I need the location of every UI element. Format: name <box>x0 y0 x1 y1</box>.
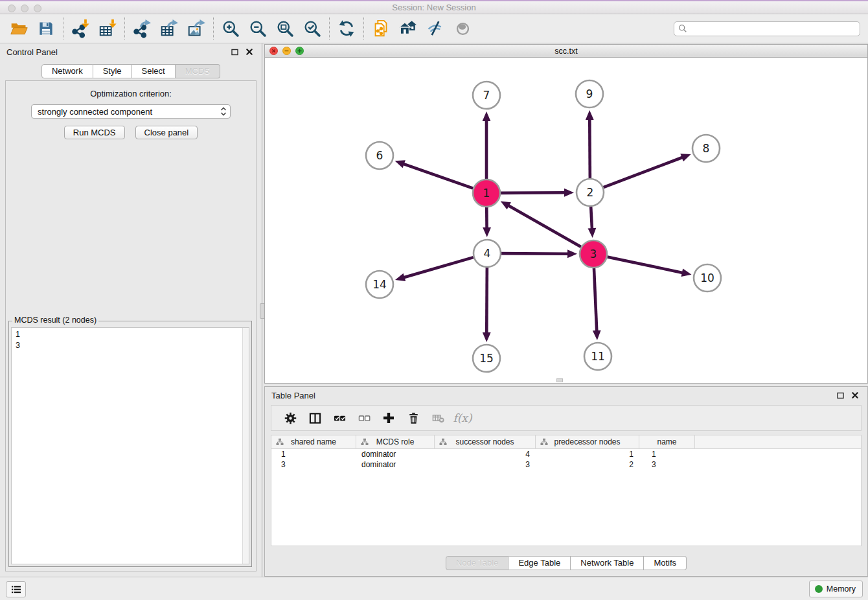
graph-edge-2-3[interactable] <box>588 207 597 238</box>
graph-edge-1-6[interactable] <box>395 160 474 188</box>
graph-edge-4-3[interactable] <box>501 249 577 258</box>
tab-network-table[interactable]: Network Table <box>571 556 644 570</box>
tab-motifs[interactable]: Motifs <box>644 556 687 570</box>
select-all-button[interactable] <box>327 408 352 428</box>
import-table-button[interactable] <box>94 16 121 41</box>
table-panel-close-button[interactable] <box>849 390 861 400</box>
refresh-styles-button[interactable] <box>333 16 360 41</box>
graph-node-label: 10 <box>700 271 714 284</box>
graph-node-2[interactable]: 2 <box>577 179 604 206</box>
cell-mcds-role[interactable]: dominator <box>356 460 435 469</box>
column-header-mcds-role[interactable]: MCDS role <box>356 435 435 448</box>
mcds-result-list[interactable]: 13 <box>11 327 249 564</box>
result-scrollbar[interactable] <box>242 328 249 564</box>
show-columns-button[interactable] <box>303 408 327 428</box>
graph-node-11[interactable]: 11 <box>584 343 611 370</box>
graph-edge-2-8[interactable] <box>604 154 691 187</box>
graph-edge-1-7[interactable] <box>483 111 491 179</box>
hide-panels-button[interactable] <box>422 16 449 41</box>
graph-node-14[interactable]: 14 <box>366 271 393 298</box>
close-panel-button[interactable]: Close panel <box>135 126 198 139</box>
add-row-button[interactable] <box>376 408 401 428</box>
show-graphics-details-button[interactable] <box>449 16 476 41</box>
export-image-button[interactable] <box>183 16 210 41</box>
export-network-button[interactable] <box>128 16 155 41</box>
graph-node-label: 1 <box>483 187 490 200</box>
search-input[interactable] <box>691 23 856 34</box>
column-header-shared-name[interactable]: shared name <box>271 435 356 448</box>
task-history-button[interactable] <box>6 581 26 597</box>
graph-edge-1-2[interactable] <box>501 189 574 197</box>
zoom-fit-button[interactable] <box>271 16 299 41</box>
close-glyph-icon <box>270 47 277 54</box>
graph-edge-3-11[interactable] <box>593 268 601 340</box>
cell-predecessor-nodes[interactable]: 1 <box>536 450 639 459</box>
cell-successor-nodes[interactable]: 3 <box>435 460 536 469</box>
graph-node-8[interactable]: 8 <box>692 135 720 162</box>
tab-mcds[interactable]: MCDS <box>176 64 220 78</box>
table-panel-float-button[interactable] <box>834 390 846 400</box>
graph-edge-4-15[interactable] <box>483 268 491 342</box>
optimization-select[interactable]: strongly connected component <box>31 104 231 119</box>
graph-node-4[interactable]: 4 <box>474 240 501 267</box>
table-row[interactable]: 1dominator411 <box>271 449 861 459</box>
open-session-button[interactable] <box>5 16 32 41</box>
graph-node-9[interactable]: 9 <box>576 80 603 108</box>
column-header-name[interactable]: name <box>639 435 695 448</box>
node-table: shared nameMCDS rolesuccessor nodesprede… <box>271 435 862 546</box>
table-panel-title: Table Panel <box>271 391 315 400</box>
network-window-title-bar[interactable]: scc.txt <box>265 45 867 58</box>
save-session-button[interactable] <box>32 16 60 41</box>
graph-edge-3-1[interactable] <box>501 201 581 247</box>
column-header-predecessor-nodes[interactable]: predecessor nodes <box>536 435 639 448</box>
tab-style[interactable]: Style <box>93 64 132 78</box>
mcds-result-groupbox: MCDS result (2 nodes) 13 <box>8 321 252 567</box>
cell-name[interactable]: 1 <box>639 450 695 459</box>
control-panel-float-button[interactable] <box>229 47 240 57</box>
graph-edge-2-9[interactable] <box>586 110 594 178</box>
minimize-glyph-icon <box>283 47 290 54</box>
tab-select[interactable]: Select <box>132 64 176 78</box>
export-table-button[interactable] <box>155 16 183 41</box>
table-settings-button[interactable] <box>278 408 303 428</box>
run-mcds-button[interactable]: Run MCDS <box>64 126 125 139</box>
memory-status-button[interactable]: Memory <box>809 581 863 597</box>
tab-edge-table[interactable]: Edge Table <box>508 556 571 570</box>
column-header-successor-nodes[interactable]: successor nodes <box>435 435 536 448</box>
network-canvas[interactable]: 7968124314101511 <box>265 57 867 383</box>
control-panel-close-button[interactable] <box>244 47 255 57</box>
horizontal-splitter-handle[interactable] <box>556 378 563 382</box>
delete-table-button[interactable] <box>426 408 450 428</box>
cell-name[interactable]: 3 <box>639 460 695 469</box>
zoom-in-button[interactable] <box>217 16 244 41</box>
network-minimize-button[interactable] <box>282 47 291 55</box>
clone-network-button[interactable] <box>367 16 394 41</box>
deselect-all-button[interactable] <box>352 408 376 428</box>
cell-predecessor-nodes[interactable]: 2 <box>536 460 639 469</box>
graph-edge-1-4[interactable] <box>483 207 491 237</box>
cell-successor-nodes[interactable]: 4 <box>435 450 536 459</box>
graph-node-10[interactable]: 10 <box>694 264 721 292</box>
graph-edge-3-10[interactable] <box>608 257 692 277</box>
tab-network[interactable]: Network <box>41 64 93 78</box>
cell-shared-name[interactable]: 1 <box>271 450 356 459</box>
graph-node-15[interactable]: 15 <box>473 345 500 372</box>
tab-node-table[interactable]: Node Table <box>446 556 509 570</box>
function-builder-button[interactable]: f(x) <box>450 408 475 428</box>
import-network-button[interactable] <box>67 16 94 41</box>
network-close-button[interactable] <box>269 47 278 55</box>
graph-node-7[interactable]: 7 <box>473 82 500 109</box>
delete-row-button[interactable] <box>401 408 426 428</box>
zoom-selected-button[interactable] <box>299 16 326 41</box>
graph-node-6[interactable]: 6 <box>366 142 393 169</box>
graph-node-3[interactable]: 3 <box>580 240 607 268</box>
import-table-icon <box>98 19 117 38</box>
graph-edge-4-14[interactable] <box>395 257 474 281</box>
table-row[interactable]: 3dominator323 <box>271 459 861 470</box>
cell-mcds-role[interactable]: dominator <box>356 450 435 459</box>
zoom-out-button[interactable] <box>244 16 271 41</box>
network-maximize-button[interactable] <box>295 47 304 55</box>
home-button[interactable] <box>394 16 422 41</box>
cell-shared-name[interactable]: 3 <box>271 460 356 469</box>
graph-node-1[interactable]: 1 <box>473 179 500 207</box>
